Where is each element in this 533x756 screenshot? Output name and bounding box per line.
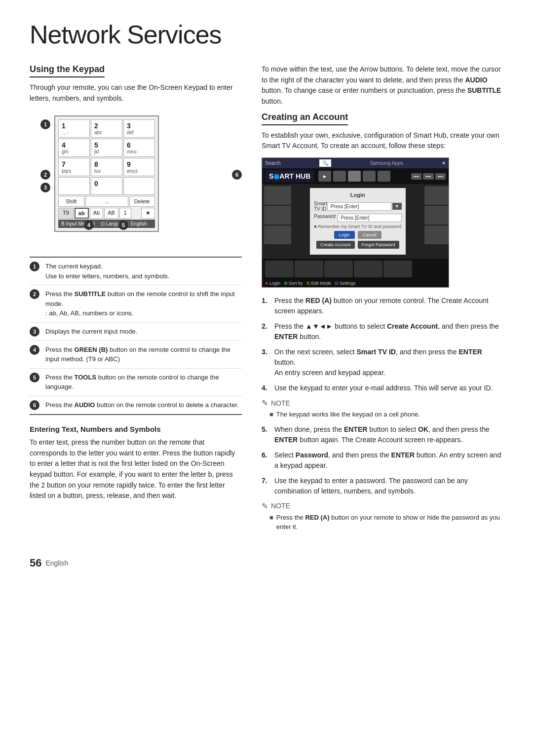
smarthub-create-account-btn[interactable]: Create Account [316,241,355,249]
annotations-table: 1 The current keypad.Use to enter letter… [30,257,242,415]
tab-1: ▪▪▪▪ [411,173,421,180]
key-mode-AB: AB [104,208,118,219]
smarttvid-label: Smart TV ID [314,201,327,212]
page-language: English [45,559,68,567]
smarthub-login-box: Login Smart TV ID Press [Enter] ▼ Passwo… [310,188,406,255]
annotation-badge-5: 5 [30,373,39,382]
thumb-1 [264,186,291,205]
callout-5-pos: 5 [118,220,128,230]
annotation-text-6: Press the AUDIO button on the remote con… [45,400,242,410]
annotation-text-5: Press the TOOLS button on the remote con… [45,373,242,392]
key-space: ⎵ [85,196,128,207]
section1-title: Using the Keypad [30,64,105,77]
footer: 56 English [30,557,503,569]
callout-6-badge: 6 [232,170,242,180]
annotation-badge-2: 2 [30,289,39,299]
smarthub-main: Login Smart TV ID Press [Enter] ▼ Passwo… [262,184,449,259]
page-number: 56 [30,557,41,569]
callout-2-pos: 2 [40,170,50,180]
thumb-3 [264,226,291,244]
smarthub-close: ✕ [442,160,446,166]
app-icon-1: ▶ [318,171,331,182]
annotation-badge-1: 1 [30,262,39,271]
note-pencil-icon-1: ✎ [262,398,268,408]
smarthub-topbar: Search 🔍 Samsung Apps ✕ [262,158,449,168]
rthumb-2 [424,206,449,225]
step-3-num: 3. [262,347,270,378]
note-item-1-1: ■ The keypad works like the keypad on a … [269,410,503,419]
key-t9: T9 [58,208,74,219]
keypad-mode-row: T9 ab Ab AB 1 ★ [58,208,155,219]
smarthub-login-area: Login Smart TV ID Press [Enter] ▼ Passwo… [293,184,422,259]
key-mode-Ab: Ab [90,208,103,219]
keypad-shift-row: Shift ⎵ Delete [58,196,155,207]
smarthub-app-icons: ▶ [318,171,390,182]
annotation-text-1: The current keypad.Use to enter letters,… [45,262,242,281]
tab-2: ▪▪▪▪ [423,173,433,180]
step-5-text: When done, press the ENTER button to sel… [274,424,503,445]
note-title-2: ✎ NOTE [262,501,503,511]
annotation-text-3: Displays the current input mode. [45,327,242,337]
rthumb-1 [424,186,449,205]
step-3: 3. On the next screen, select Smart TV I… [262,347,503,378]
step-6-text: Select Password, and then press the ENTE… [274,450,503,471]
smarttvid-input-group: Press [Enter] ▼ [327,201,402,212]
key-6: 6mno [123,139,155,157]
key-delete: Delete [129,196,155,207]
key-7: 7pqrs [58,158,90,176]
smarthub-left-thumbs [262,184,293,259]
smarthub-logo: S◉ART HUB [265,170,314,182]
section1-intro: Through your remote, you can use the On-… [30,82,242,104]
callout-1-pos: 1 [40,119,50,129]
step-3-text: On the next screen, select Smart TV ID, … [274,347,503,378]
step-1-text: Press the RED (A) button on your remote … [274,296,503,316]
smarthub-forgot-password-btn[interactable]: Forgot Password [358,241,399,249]
annotation-badge-3: 3 [30,327,39,337]
bthumb-1 [265,261,294,277]
step-7: 7. Use the keypad to enter a password. T… [262,476,503,496]
smarthub-password-field: Password Press [Enter] [314,214,402,222]
section2-body: To enter text, press the number button o… [30,437,242,501]
annotation-row-3: 3 Displays the current input mode. [30,323,242,341]
app-icon-3 [348,171,361,182]
keypad-footer: B Input Method ⊡ Language: English [58,220,155,228]
callout-6-pos: 6 [232,170,242,180]
callout-2-badge: 2 [40,170,50,180]
note-content-1: ■ The keypad works like the keypad on a … [262,410,503,419]
callout-3-pos: 3 [40,183,50,192]
btn-c-label: C Edit Mode [307,281,332,286]
callout-3-badge: 3 [40,183,50,192]
step-4-num: 4. [262,383,270,393]
smarthub-login-buttons: Login Cancel [314,231,402,239]
smarthub-logo-row: S◉ART HUB ▶ ▪▪▪▪ ▪▪▪▪ ▪▪▪▪ [262,168,449,184]
step-2: 2. Press the ▲▼◄► buttons to select Crea… [262,321,503,342]
right-para1: To move within the text, use the Arrow b… [262,64,503,107]
step-5-num: 5. [262,424,270,445]
step-7-num: 7. [262,476,270,496]
password-input: Press [Enter] [338,214,402,222]
smarthub-remember: ■ Remember my Smart TV ID and password [314,224,402,229]
note-content-2: ■ Press the RED (A) button on your remot… [262,513,503,532]
step-2-text: Press the ▲▼◄► buttons to select Create … [274,321,503,342]
step-6: 6. Select Password, and then press the E… [262,450,503,471]
annotation-row-6: 6 Press the AUDIO button on the remote c… [30,396,242,414]
step-1-num: 1. [262,296,270,316]
key-mode-1: 1 [119,208,131,219]
key-9: 9wxyz [123,158,155,176]
callout-4-badge: 4 [84,220,94,230]
note-item-text-2-1: Press the RED (A) button on your remote … [276,513,503,532]
creating-account-title: Creating an Account [262,112,348,125]
creating-intro: To establish your own, exclusive, config… [262,130,503,151]
key-empty-right [123,177,155,195]
smarthub-create-row: Create Account Forgot Password [314,241,402,249]
callout-1-badge: 1 [40,119,50,129]
smarthub-smarttvid-field: Smart TV ID Press [Enter] ▼ [314,201,402,212]
page-title: Network Services [30,20,503,49]
note-title-1: ✎ NOTE [262,398,503,408]
note-label-2: NOTE [271,502,290,510]
left-column: Using the Keypad Through your remote, yo… [30,64,242,537]
tab-3: ▪▪▪▪ [435,173,446,180]
bthumb-4 [354,261,382,277]
annotation-badge-4: 4 [30,345,39,355]
step-1: 1. Press the RED (A) button on your remo… [262,296,503,316]
